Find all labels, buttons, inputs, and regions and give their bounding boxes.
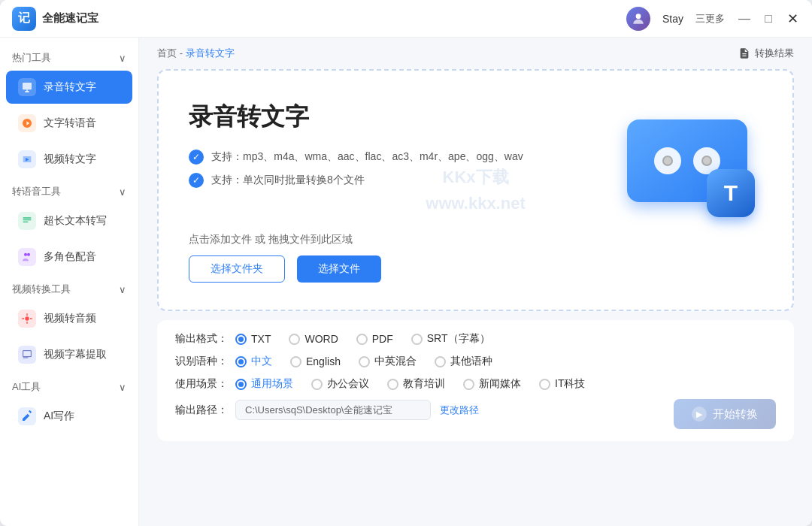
convert-results-label: 转换结果 xyxy=(755,47,794,60)
cassette-reel-inner-right xyxy=(701,156,712,166)
radio-general xyxy=(235,379,247,390)
video-to-text-icon xyxy=(18,150,36,168)
format-pdf[interactable]: PDF xyxy=(356,333,393,345)
language-label: 识别语种： xyxy=(175,355,235,368)
scene-office[interactable]: 办公会议 xyxy=(311,377,369,391)
radio-pdf xyxy=(356,334,368,345)
radio-english xyxy=(290,356,301,367)
sidebar-item-ai-writing[interactable]: AI写作 xyxy=(6,400,132,433)
close-button[interactable]: ✕ xyxy=(785,11,800,27)
upload-content: 录音转文字 ✓ 支持：mp3、m4a、wma、aac、flac、ac3、m4r、… xyxy=(189,101,762,221)
output-path-input-area: 更改路径 xyxy=(235,400,479,420)
radio-education xyxy=(387,379,398,390)
svg-point-2 xyxy=(24,253,27,256)
app-name: 全能速记宝 xyxy=(42,11,626,26)
scene-group: 通用场景 办公会议 教育培训 新闻媒体 xyxy=(235,377,776,391)
maximize-button[interactable]: □ xyxy=(761,12,776,26)
sidebar-item-video-to-text[interactable]: 视频转文字 xyxy=(6,143,132,176)
minimize-button[interactable]: — xyxy=(737,12,752,26)
radio-txt xyxy=(235,334,247,345)
lang-english-label: English xyxy=(306,355,341,367)
sidebar-section-hot-tools: 热门工具 ∨ xyxy=(0,44,138,69)
title-bar-right: Stay 三更多 — □ ✕ xyxy=(626,7,800,31)
radio-mixed xyxy=(359,356,370,367)
long-text-icon xyxy=(18,212,36,230)
radio-srt xyxy=(411,334,423,345)
sidebar-section-video-tools: 视频转换工具 ∨ xyxy=(0,275,138,301)
sidebar-item-multi-voice-label: 多角色配音 xyxy=(44,250,96,264)
output-format-label: 输出格式： xyxy=(175,332,235,346)
cassette-illustration: T xyxy=(620,104,755,217)
output-path-input[interactable] xyxy=(235,400,431,420)
scene-it[interactable]: IT科技 xyxy=(539,377,585,391)
sidebar-item-long-text-label: 超长文本转写 xyxy=(44,214,107,228)
sidebar-item-video-audio[interactable]: 视频转音频 xyxy=(6,302,132,335)
upload-left: 录音转文字 ✓ 支持：mp3、m4a、wma、aac、flac、ac3、m4r、… xyxy=(189,101,612,195)
format-word-label: WORD xyxy=(304,333,338,345)
breadcrumb-bar: 首页 - 录音转文字 转换结果 xyxy=(139,38,812,69)
sidebar-item-video-subtitle[interactable]: 视频字幕提取 xyxy=(6,338,132,371)
radio-word xyxy=(289,334,300,345)
sidebar-section-ai-chevron: ∨ xyxy=(119,382,126,393)
format-word[interactable]: WORD xyxy=(289,333,338,345)
main-content: 热门工具 ∨ 录音转文字 文字转语音 视频转文字 xyxy=(0,38,812,526)
sidebar-section-ai-tools-label: AI工具 xyxy=(12,380,41,394)
scene-general-label: 通用场景 xyxy=(251,377,293,391)
upload-feature-2-text: 支持：单次同时批量转换8个文件 xyxy=(211,172,365,188)
sidebar-section-speech-tools: 转语音工具 ∨ xyxy=(0,177,138,203)
breadcrumb-current: 录音转文字 xyxy=(186,47,235,59)
lang-chinese-label: 中文 xyxy=(251,355,272,368)
select-folder-button[interactable]: 选择文件夹 xyxy=(189,255,285,283)
lang-english[interactable]: English xyxy=(290,355,341,367)
svg-point-3 xyxy=(27,253,30,256)
sidebar-section-chevron: ∨ xyxy=(119,53,126,64)
upload-buttons: 选择文件夹 选择文件 xyxy=(189,255,762,283)
lang-other-label: 其他语种 xyxy=(450,355,492,368)
radio-news xyxy=(463,379,474,390)
lang-chinese[interactable]: 中文 xyxy=(235,355,272,368)
sidebar-item-audio-to-text-label: 录音转文字 xyxy=(44,80,96,94)
lang-other[interactable]: 其他语种 xyxy=(435,355,492,368)
sidebar-section-video-tools-label: 视频转换工具 xyxy=(12,283,71,296)
sidebar-section-speech-chevron: ∨ xyxy=(119,186,126,198)
video-subtitle-icon xyxy=(18,346,36,364)
sidebar-item-multi-voice[interactable]: 多角色配音 xyxy=(6,240,132,274)
sidebar-item-video-to-text-label: 视频转文字 xyxy=(44,153,96,166)
cassette-reel-left xyxy=(654,147,681,174)
format-pdf-label: PDF xyxy=(372,333,393,345)
sidebar-item-long-text[interactable]: 超长文本转写 xyxy=(6,204,132,237)
radio-chinese xyxy=(235,356,247,367)
sidebar-section-ai-tools: AI工具 ∨ xyxy=(0,373,138,398)
convert-results-button[interactable]: 转换结果 xyxy=(738,47,794,60)
upload-feature-2: ✓ 支持：单次同时批量转换8个文件 xyxy=(189,172,612,188)
upload-area: 录音转文字 ✓ 支持：mp3、m4a、wma、aac、flac、ac3、m4r、… xyxy=(157,69,794,311)
avatar xyxy=(626,7,650,31)
app-logo: 记 xyxy=(12,7,36,31)
drop-hint: 点击添加文件 或 拖拽文件到此区域 xyxy=(189,233,762,246)
check-icon-2: ✓ xyxy=(189,173,204,188)
lang-mixed[interactable]: 中英混合 xyxy=(359,355,417,368)
change-path-button[interactable]: 更改路径 xyxy=(440,404,479,417)
lang-mixed-label: 中英混合 xyxy=(374,355,417,368)
radio-office xyxy=(311,379,323,390)
sidebar-section-hot-tools-label: 热门工具 xyxy=(12,51,51,65)
ai-writing-icon xyxy=(18,407,36,425)
sidebar-item-text-to-speech[interactable]: 文字转语音 xyxy=(6,107,132,140)
check-icon-1: ✓ xyxy=(189,150,204,165)
scene-education[interactable]: 教育培训 xyxy=(387,377,445,391)
format-txt[interactable]: TXT xyxy=(235,333,271,345)
select-file-button[interactable]: 选择文件 xyxy=(297,255,381,283)
title-bar: 记 全能速记宝 Stay 三更多 — □ ✕ xyxy=(0,0,812,38)
sidebar: 热门工具 ∨ 录音转文字 文字转语音 视频转文字 xyxy=(0,38,139,526)
scene-office-label: 办公会议 xyxy=(327,377,369,391)
right-panel: 首页 - 录音转文字 转换结果 录音转文字 ✓ 支持：mp3、m4a、wm xyxy=(139,38,812,526)
scene-row: 使用场景： 通用场景 办公会议 教育培训 xyxy=(175,377,776,391)
start-convert-button[interactable]: ▶ 开始转换 xyxy=(674,399,776,429)
scene-general[interactable]: 通用场景 xyxy=(235,377,293,391)
upload-icon-area: T xyxy=(612,101,762,221)
sidebar-item-audio-to-text[interactable]: 录音转文字 xyxy=(6,71,132,104)
more-button[interactable]: 三更多 xyxy=(695,12,725,26)
scene-news[interactable]: 新闻媒体 xyxy=(463,377,521,391)
format-srt[interactable]: SRT（字幕） xyxy=(411,332,490,346)
scene-it-label: IT科技 xyxy=(555,377,585,391)
